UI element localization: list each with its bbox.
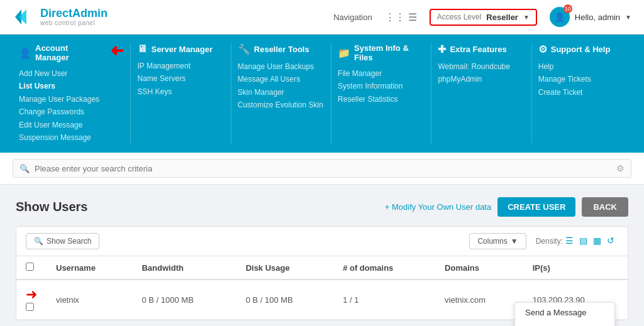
nav-section-icon-account-manager: 👤 [19,47,31,59]
nav-link-message-all-users[interactable]: Message All Users [238,73,325,85]
show-search-button[interactable]: 🔍 Show Search [26,233,99,249]
cell-disk-usage: 0 B / 100 MB [236,280,334,320]
header-right: Navigation ⋮⋮ ☰ Access Level Reseller ▼ … [333,7,631,27]
nav-link-customize-evolution-skin[interactable]: Customize Evolution Skin [238,99,325,111]
nav-link-help[interactable]: Help [538,60,625,73]
nav-link-name-servers[interactable]: Name Servers [137,72,224,85]
nav-link-skin-manager[interactable]: Skin Manager [238,86,325,99]
nav-section-account-manager: 👤Account Manager➜Add New UserList UsersM… [13,43,131,144]
nav-section-title-system-info: 📁System Info & Files [338,43,425,62]
cell-username: vietnix [47,280,132,320]
nav-section-support-help: ⚙Support & HelpHelpManage TicketsCreate … [532,43,631,144]
search-small-icon: 🔍 [34,237,43,246]
col-domains: Domains [435,256,523,280]
modify-user-link[interactable]: + Modify Your Own User data [385,202,491,212]
nav-section-system-info: 📁System Info & FilesFile ManagerSystem I… [331,43,431,144]
cell-domains: vietnix.com [435,280,523,320]
table-toolbar: 🔍 Show Search Columns ▼ Density: ☰ ▤ ▦ ↺ [16,227,628,256]
search-input[interactable] [35,164,616,173]
nav-section-extra-features: ✚Extra FeaturesWebmail: RoundcubephpMyAd… [431,43,531,144]
nav-link-manage-tickets[interactable]: Manage Tickets [538,73,625,85]
nav-link-suspension-message[interactable]: Suspension Message [19,131,124,144]
nav-section-label-reseller-tools: Reseller Tools [254,45,309,54]
nav-section-title-support-help: ⚙Support & Help [538,43,625,55]
density-settings-icon[interactable]: ↺ [607,236,618,247]
density-icons: ☰ ▤ ▦ ↺ [565,236,618,247]
row-arrow-indicator: ➜ [26,286,37,303]
context-menu-item-label: Send a Message [525,308,587,317]
nav-link-reseller-statistics[interactable]: Reseller Statistics [338,93,425,106]
nav-section-title-account-manager: 👤Account Manager➜ [19,43,124,62]
columns-dropdown-arrow: ▼ [511,237,518,246]
context-menu-item-suspend[interactable]: Suspend [515,322,614,326]
logo-area: DirectAdmin web control panel [13,6,108,28]
nav-link-system-information[interactable]: System Information [338,80,425,92]
list-icon[interactable]: ☰ [408,11,417,23]
access-level-value: Reseller [486,13,518,22]
section-actions: + Modify Your Own User data CREATE USER … [385,197,628,217]
nav-section-label-account-manager: Account Manager [35,43,69,62]
nav-link-create-ticket[interactable]: Create Ticket [538,86,625,99]
user-dropdown-arrow: ▼ [625,14,631,21]
logo-subtitle: web control panel [40,19,108,26]
nav-section-title-extra-features: ✚Extra Features [438,43,525,55]
access-level-arrow: ▼ [523,14,530,21]
density-compact-icon[interactable]: ▤ [579,236,591,247]
nav-link-manage-user-backups[interactable]: Manage User Backups [238,60,325,73]
nav-icons: ⋮⋮ ☰ [385,11,417,23]
row-checkbox-cell: ➜ [16,280,47,320]
grid-icon[interactable]: ⋮⋮ [385,11,405,23]
hello-text: Hello, admin [575,13,620,22]
nav-section-title-server-manager: 🖥Server Manager [137,43,224,55]
nav-section-icon-support-help: ⚙ [538,43,547,55]
col-disk-usage: Disk Usage [236,256,334,280]
settings-icon[interactable]: ⚙ [616,163,625,173]
context-menu: Send a MessageSuspendLogin as vietnix −C… [514,302,615,326]
row-checkbox[interactable] [26,303,34,311]
nav-section-label-extra-features: Extra Features [450,45,506,54]
cell-domains-count: 1 / 1 [333,280,435,320]
nav-section-title-reseller-tools: 🔧Reseller Tools [238,43,325,55]
nav-link-edit-user-message[interactable]: Edit User Message [19,119,124,131]
access-level-box[interactable]: Access Level Reseller ▼ [430,9,537,26]
nav-menu: 👤Account Manager➜Add New UserList UsersM… [0,35,644,153]
density-control: Density: ☰ ▤ ▦ ↺ [536,236,618,247]
main-content: Show Users + Modify Your Own User data C… [0,185,644,326]
nav-link-add-new-user[interactable]: Add New User [19,67,124,80]
access-level-label: Access Level [437,13,482,21]
columns-button[interactable]: Columns ▼ [469,233,526,249]
nav-link-ssh-keys[interactable]: SSH Keys [137,85,224,98]
nav-arrow-indicator: ➜ [110,41,124,61]
back-button[interactable]: BACK [582,197,628,217]
density-list-icon[interactable]: ☰ [565,236,577,247]
nav-link-webmail:-roundcube[interactable]: Webmail: Roundcube [438,60,525,73]
nav-link-phpmyadmin[interactable]: phpMyAdmin [438,73,525,85]
search-bar-container: 🔍 ⚙ [0,153,644,185]
col-domains-count: # of domains [333,256,435,280]
user-avatar-area[interactable]: 👤 10 Hello, admin ▼ [550,7,631,27]
nav-link-list-users[interactable]: List Users [19,80,124,92]
density-label: Density: [536,237,563,246]
avatar-badge: 10 [564,4,572,13]
section-title: Show Users [16,200,87,214]
columns-label: Columns [477,237,507,246]
logo-icon [13,6,35,28]
nav-link-ip-management[interactable]: IP Management [137,60,224,72]
navigation-label: Navigation [333,13,372,22]
nav-link-file-manager[interactable]: File Manager [338,67,425,80]
select-all-checkbox[interactable] [26,263,34,271]
nav-section-icon-system-info: 📁 [338,47,350,59]
col-username: Username [47,256,132,280]
nav-link-manage-user-packages[interactable]: Manage User Packages [19,93,124,106]
show-search-label: Show Search [47,237,91,246]
nav-link-change-passwords[interactable]: Change Passwords [19,106,124,118]
nav-section-icon-server-manager: 🖥 [137,43,147,55]
avatar: 👤 10 [550,7,570,27]
create-user-button[interactable]: CREATE USER [497,197,575,217]
search-icon: 🔍 [19,164,30,173]
context-menu-item-send-a-message[interactable]: Send a Message [515,303,614,322]
col-bandwidth: Bandwidth [132,256,236,280]
logo-title: DirectAdmin [40,8,108,20]
density-grid-icon[interactable]: ▦ [593,236,604,247]
table-header: Username Bandwidth Disk Usage # of domai… [16,256,628,280]
